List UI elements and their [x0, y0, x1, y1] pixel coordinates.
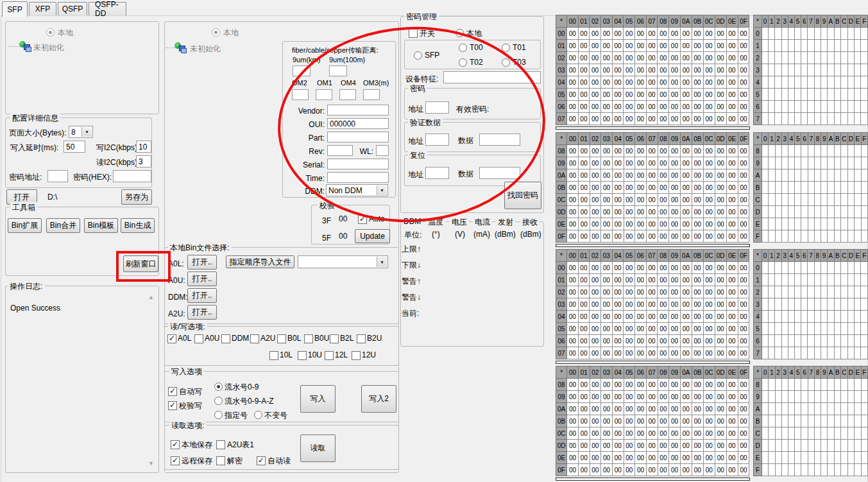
ascii-cell[interactable] [775, 230, 781, 243]
ascii-cell[interactable] [834, 182, 840, 194]
hex-cell[interactable]: 00 [612, 218, 624, 230]
ascii-cell[interactable] [775, 169, 781, 182]
hex-cell[interactable]: 00 [578, 391, 590, 403]
t02-radio[interactable] [459, 58, 467, 67]
ascii-cell[interactable] [781, 262, 788, 274]
ascii-cell[interactable] [828, 427, 834, 440]
hex-cell[interactable]: 00 [635, 40, 647, 52]
hex-cell[interactable]: 00 [669, 145, 681, 157]
ascii-cell[interactable] [788, 286, 794, 298]
hex-cell[interactable]: 00 [703, 335, 715, 347]
ascii-cell[interactable] [775, 347, 781, 359]
ascii-cell[interactable] [841, 391, 848, 403]
hex-cell[interactable]: 00 [726, 440, 738, 452]
hex-cell[interactable]: 00 [715, 323, 726, 335]
ascii-cell[interactable] [775, 403, 781, 415]
ascii-cell[interactable] [795, 76, 801, 89]
hex-cell[interactable]: 00 [715, 28, 726, 40]
ascii-cell[interactable] [861, 298, 868, 311]
hex-cell[interactable]: 00 [658, 113, 669, 125]
ascii-cell[interactable] [769, 64, 775, 76]
hex-cell[interactable]: 00 [600, 113, 612, 125]
a2u-open-button[interactable]: 打开.. [187, 305, 217, 320]
ascii-cell[interactable] [762, 274, 768, 286]
hex-cell[interactable]: 00 [726, 113, 738, 125]
ascii-cell[interactable] [795, 182, 801, 194]
ascii-cell[interactable] [861, 403, 867, 415]
hex-cell[interactable]: 00 [566, 40, 578, 52]
ascii-cell[interactable] [775, 335, 781, 347]
hex-cell[interactable]: 00 [658, 274, 669, 286]
hex-cell[interactable]: 00 [680, 286, 692, 298]
hex-cell[interactable]: 00 [726, 415, 738, 427]
bin-merge-button[interactable]: Bin合并 [46, 218, 80, 233]
hex-cell[interactable]: 00 [635, 452, 647, 464]
hex-cell[interactable]: 00 [703, 89, 715, 101]
ascii-cell[interactable] [808, 76, 814, 89]
hex-cell[interactable]: 00 [646, 379, 658, 391]
ascii-cell[interactable] [775, 157, 781, 169]
hex-cell[interactable]: 00 [578, 218, 590, 230]
om3-input[interactable] [363, 89, 380, 100]
hex-cell[interactable]: 00 [624, 40, 635, 52]
hex-cell[interactable]: 00 [646, 28, 658, 40]
hex-cell[interactable]: 00 [680, 89, 692, 101]
ascii-cell[interactable] [821, 452, 828, 464]
hex-cell[interactable]: 00 [669, 379, 681, 391]
ascii-cell[interactable] [775, 286, 781, 298]
ascii-cell[interactable] [861, 262, 868, 274]
hex-cell[interactable]: 00 [600, 347, 612, 359]
ascii-cell[interactable] [788, 403, 794, 415]
t01-radio[interactable] [502, 44, 510, 52]
hex-cell[interactable]: 00 [669, 182, 681, 194]
bin-file-combo[interactable]: ▼ [298, 255, 388, 268]
ascii-cell[interactable] [861, 440, 867, 452]
hex-cell[interactable]: 00 [578, 52, 590, 64]
hex-cell[interactable]: 00 [567, 391, 579, 403]
hex-cell[interactable]: 00 [590, 323, 601, 335]
ascii-cell[interactable] [847, 379, 855, 391]
ascii-cell[interactable] [814, 182, 821, 194]
hex-cell[interactable]: 00 [726, 298, 738, 311]
a0u-checkbox[interactable] [194, 334, 203, 343]
hex-cell[interactable]: 00 [635, 28, 647, 40]
ascii-cell[interactable] [769, 452, 775, 464]
hex-cell[interactable]: 00 [612, 182, 624, 194]
t00-radio[interactable] [459, 44, 467, 52]
ascii-cell[interactable] [828, 169, 834, 182]
reset-data-input[interactable] [479, 167, 520, 179]
hex-cell[interactable]: 00 [612, 262, 624, 274]
hex-cell[interactable]: 00 [624, 206, 635, 218]
hex-cell[interactable]: 00 [669, 427, 681, 440]
hex-cell[interactable]: 00 [715, 157, 726, 169]
hex-cell[interactable]: 00 [715, 101, 726, 113]
ascii-cell[interactable] [855, 52, 861, 64]
ascii-cell[interactable] [801, 452, 808, 464]
ascii-cell[interactable] [847, 464, 855, 476]
hex-cell[interactable]: 00 [635, 391, 647, 403]
ascii-cell[interactable] [834, 286, 840, 298]
hex-cell[interactable]: 00 [726, 335, 738, 347]
ascii-cell[interactable] [828, 76, 834, 89]
hex-cell[interactable]: 00 [578, 335, 590, 347]
ascii-cell[interactable] [795, 415, 801, 427]
ascii-cell[interactable] [769, 427, 775, 440]
ascii-cell[interactable] [769, 157, 775, 169]
hex-cell[interactable]: 00 [726, 274, 738, 286]
hex-cell[interactable]: 00 [635, 347, 647, 359]
ascii-cell[interactable] [781, 286, 788, 298]
hex-cell[interactable]: 00 [624, 403, 635, 415]
dropdown-arrow-icon[interactable]: ▼ [81, 127, 92, 137]
ascii-cell[interactable] [781, 391, 788, 403]
ascii-cell[interactable] [841, 415, 848, 427]
ascii-cell[interactable] [841, 52, 848, 64]
hex-cell[interactable]: 00 [646, 206, 658, 218]
a2u-table1-checkbox[interactable] [216, 440, 225, 449]
ascii-cell[interactable] [801, 323, 808, 335]
hex-cell[interactable]: 00 [612, 415, 624, 427]
read-button[interactable]: 读取 [300, 435, 336, 462]
hex-cell[interactable]: 00 [669, 206, 681, 218]
hex-cell[interactable]: 00 [600, 28, 612, 40]
ascii-cell[interactable] [762, 323, 768, 335]
hex-cell[interactable]: 00 [578, 194, 590, 206]
